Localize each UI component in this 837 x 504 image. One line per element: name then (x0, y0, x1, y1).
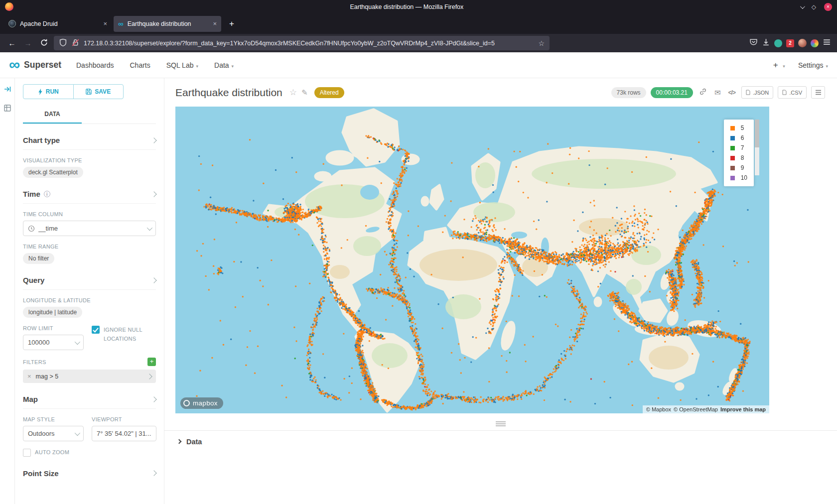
section-header-chart-type[interactable]: Chart type (23, 136, 156, 149)
viewport-value: 7° 35' 54.02" | 31... (97, 430, 151, 437)
time-range-value[interactable]: No filter (23, 253, 54, 264)
add-new-button[interactable]: + ▾ (773, 60, 785, 70)
file-icon (746, 90, 750, 95)
section-header-query[interactable]: Query (23, 276, 156, 289)
nav-dashboards[interactable]: Dashboards (76, 61, 114, 69)
pocket-icon[interactable] (749, 38, 758, 48)
chevron-right-icon[interactable] (146, 374, 152, 379)
tab-close-icon[interactable]: × (213, 20, 217, 27)
nav-label: Data (214, 61, 229, 69)
csv-label: .CSV (789, 90, 802, 96)
expand-panel-icon[interactable] (3, 85, 11, 95)
section-title: Chart type (23, 136, 60, 144)
time-column-label: TIME COLUMN (23, 211, 156, 217)
section-point-size: Point Size (23, 469, 156, 483)
window-close-icon[interactable]: × (824, 3, 832, 11)
section-title: Time (23, 190, 40, 198)
earthquake-points-canvas[interactable] (175, 107, 769, 413)
legend-item[interactable]: 6 (730, 134, 747, 141)
lon-lat-value[interactable]: longitude | latitude (23, 307, 82, 318)
legend-item[interactable]: 5 (730, 125, 747, 131)
remove-filter-icon[interactable]: × (27, 373, 31, 380)
dataset-grid-icon[interactable] (3, 104, 11, 114)
map-style-label: MAP STYLE (23, 416, 84, 422)
settings-label: Settings (798, 61, 824, 69)
section-header-point-size[interactable]: Point Size (23, 469, 156, 483)
tab-data[interactable]: DATA (23, 107, 82, 124)
section-header-map[interactable]: Map (23, 395, 156, 408)
main-nav: Dashboards Charts SQL Lab▾ Data▾ (76, 61, 234, 69)
legend-label: 9 (741, 164, 744, 171)
attribution-openstreetmap[interactable]: © OpenStreetMap (674, 406, 718, 412)
time-column-value: __time (38, 225, 143, 232)
bookmark-star-icon[interactable]: ☆ (538, 39, 545, 47)
panel-resize-handle[interactable] (496, 421, 506, 426)
row-limit-value: 100000 (28, 339, 71, 346)
settings-menu[interactable]: Settings▾ (798, 61, 828, 69)
forward-button[interactable]: → (22, 39, 34, 47)
legend-item[interactable]: 9 (730, 164, 747, 171)
info-icon: i (44, 191, 50, 197)
window-minimize-icon[interactable] (800, 4, 804, 10)
extension-icon-colorful[interactable] (811, 39, 819, 47)
rows-badge: 73k rows (611, 87, 646, 98)
chevron-up-icon (151, 137, 156, 143)
browser-tab-apache-druid[interactable]: Apache Druid × (4, 16, 112, 32)
altered-badge[interactable]: Altered (314, 87, 344, 98)
viz-type-label: VISUALIZATION TYPE (23, 157, 156, 163)
filter-value: mag > 5 (36, 373, 143, 380)
filter-chip[interactable]: × mag > 5 (23, 370, 156, 383)
data-panel-toggle[interactable]: Data (164, 431, 837, 446)
tracking-shield-icon[interactable] (59, 38, 67, 48)
export-csv-button[interactable]: .CSV (778, 86, 807, 99)
map-style-select[interactable]: Outdoors (23, 426, 84, 441)
profile-avatar[interactable] (798, 39, 807, 47)
new-tab-button[interactable]: + (225, 19, 238, 29)
save-button[interactable]: SAVE (73, 84, 124, 99)
legend-swatch (730, 136, 735, 140)
window-maximize-icon[interactable]: ◇ (812, 4, 816, 10)
legend-scrollbar-thumb[interactable] (755, 120, 759, 147)
legend-item[interactable]: 7 (730, 144, 747, 151)
email-icon[interactable]: ✉ (714, 88, 721, 97)
viewport-value-box[interactable]: 7° 35' 54.02" | 31... (92, 426, 156, 441)
tab-close-icon[interactable]: × (103, 20, 107, 27)
legend-scrollbar[interactable] (755, 120, 759, 175)
favorite-star-icon[interactable]: ☆ (289, 87, 297, 98)
nav-data[interactable]: Data▾ (214, 61, 234, 69)
add-filter-button[interactable]: + (147, 358, 156, 366)
tab-title: Earthquake distribution (128, 20, 209, 27)
extension-icon-badge[interactable]: 2 (786, 39, 794, 47)
browser-tab-earthquake-distribution[interactable]: ∞ Earthquake distribution × (114, 16, 221, 32)
chart-menu-button[interactable] (811, 86, 825, 99)
export-json-button[interactable]: .JSON (741, 86, 773, 99)
extension-icon-green[interactable] (774, 39, 782, 47)
attribution-improve-link[interactable]: Improve this map (720, 406, 766, 412)
row-limit-select[interactable]: 100000 (23, 335, 84, 350)
mapbox-logo[interactable]: mapbox (180, 397, 223, 409)
menu-icon[interactable] (823, 38, 831, 48)
embed-code-icon[interactable]: </> (728, 89, 735, 96)
nav-sql-lab[interactable]: SQL Lab▾ (166, 61, 198, 69)
superset-logo[interactable]: ∞ Superset (9, 59, 61, 71)
insecure-lock-icon[interactable] (71, 38, 80, 48)
run-button[interactable]: RUN (23, 84, 74, 99)
viz-type-value[interactable]: deck.gl Scatterplot (23, 167, 83, 178)
nav-charts[interactable]: Charts (130, 61, 150, 69)
section-header-time[interactable]: Time i (23, 190, 156, 203)
url-bar[interactable]: 172.18.0.3:32108/superset/explore/?form_… (54, 36, 550, 50)
section-title: Map (23, 395, 38, 403)
time-column-select[interactable]: __time (23, 221, 156, 236)
reload-button[interactable] (38, 38, 50, 48)
edit-title-icon[interactable]: ✎ (301, 88, 308, 97)
ignore-null-checkbox[interactable] (92, 326, 100, 334)
legend-item[interactable]: 8 (730, 154, 747, 161)
downloads-icon[interactable] (762, 38, 770, 48)
deckgl-map[interactable]: 5678910 mapbox © Mapbox © OpenStreetMap … (175, 107, 769, 413)
legend-label: 8 (741, 154, 744, 161)
legend-item[interactable]: 10 (730, 174, 747, 181)
attribution-mapbox[interactable]: © Mapbox (646, 406, 671, 412)
back-button[interactable]: ← (6, 39, 18, 47)
auto-zoom-checkbox[interactable] (23, 449, 31, 457)
share-link-icon[interactable] (699, 88, 707, 97)
